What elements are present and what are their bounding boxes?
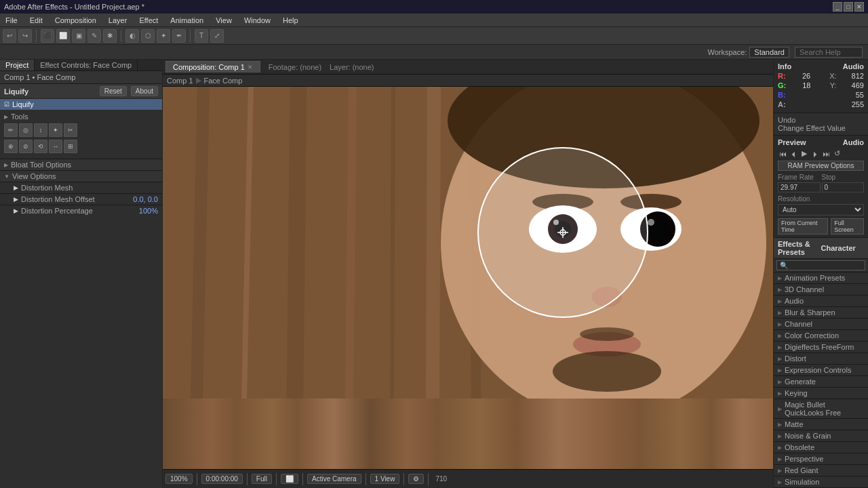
frame-rate-input[interactable]: [778, 182, 821, 192]
menu-window[interactable]: Window: [241, 16, 273, 24]
toolbar-sep-2: [121, 30, 121, 42]
skip-to-start-btn[interactable]: ⏮: [778, 150, 787, 158]
timecode-display[interactable]: 0:00:00:00: [201, 474, 243, 484]
tool-9[interactable]: ↔: [49, 140, 62, 153]
zoom-level[interactable]: 100%: [165, 474, 193, 484]
menu-edit[interactable]: Edit: [27, 16, 45, 24]
ep-expression[interactable]: ▶ Expression Controls: [774, 365, 868, 376]
tool-7[interactable]: ⊘: [19, 140, 33, 153]
toolbar-btn-8[interactable]: ◐: [125, 29, 139, 43]
search-input[interactable]: [795, 47, 863, 58]
bc-facecomp[interactable]: Face Comp: [204, 77, 243, 85]
toolbar-btn-10[interactable]: ✦: [157, 29, 170, 43]
dmo-checkbox[interactable]: ▶: [14, 196, 18, 203]
tool-8[interactable]: ⟲: [34, 140, 47, 153]
prev-frame-btn[interactable]: ⏴: [789, 150, 798, 158]
toolbar-btn-7[interactable]: ✱: [103, 29, 117, 43]
about-button[interactable]: About: [131, 86, 158, 96]
ep-label-11: Keying: [785, 389, 808, 397]
reset-button[interactable]: Reset: [100, 86, 127, 96]
maximize-button[interactable]: □: [844, 2, 853, 12]
tool-6[interactable]: ⊕: [4, 140, 18, 153]
ep-color-correction[interactable]: ▶ Color Correction: [774, 330, 868, 342]
bloat-tool-options-header[interactable]: Bloat Tool Options: [0, 159, 162, 170]
toolbar-btn-4[interactable]: ⬜: [56, 29, 70, 43]
ep-distort[interactable]: ▶ Distort: [774, 353, 868, 365]
menu-effect[interactable]: Effect: [136, 16, 161, 24]
menu-animation[interactable]: Animation: [167, 16, 206, 24]
ep-blur-sharpen[interactable]: ▶ Blur & Sharpen: [774, 307, 868, 319]
ep-generate[interactable]: ▶ Generate: [774, 376, 868, 388]
toolbar-btn-1[interactable]: ↩: [3, 29, 16, 43]
skip-input[interactable]: [822, 182, 865, 192]
render-options[interactable]: ⚙: [408, 474, 424, 484]
tool-5[interactable]: ✂: [64, 123, 77, 137]
workspace-value[interactable]: Standard: [749, 47, 789, 58]
ep-3d-channel[interactable]: ▶ 3D Channel: [774, 284, 868, 296]
ep-obsolete[interactable]: ▶ Obsolete: [774, 442, 868, 453]
main-layout: Project Effect Controls: Face Comp Comp …: [0, 60, 868, 488]
ep-red-giant[interactable]: ▶ Red Giant: [774, 465, 868, 476]
audio-title: Audio: [843, 62, 864, 70]
dmo-value[interactable]: 0.0, 0.0: [133, 195, 158, 203]
region-of-interest[interactable]: ⬜: [281, 474, 298, 484]
camera-selector[interactable]: Active Camera: [307, 474, 361, 484]
menu-layer[interactable]: Layer: [106, 16, 130, 24]
effect-controls-tab[interactable]: Effect Controls: Face Comp: [35, 60, 138, 70]
ep-digieffects[interactable]: ▶ Digieffects FreeForm: [774, 342, 868, 353]
tool-2[interactable]: ◎: [19, 123, 33, 137]
toolbar-btn-2[interactable]: ↪: [18, 29, 32, 43]
tool-10[interactable]: ⊞: [64, 140, 77, 153]
undo-action: Change Effect Value: [778, 124, 864, 132]
ep-audio[interactable]: ▶ Audio: [774, 296, 868, 307]
ep-magic-bullet[interactable]: ▶ Magic Bullet QuickLooks Free: [774, 399, 868, 419]
vc-sep-1: [197, 473, 197, 485]
toolbar-btn-13[interactable]: ⤢: [210, 29, 224, 43]
toolbar-btn-6[interactable]: ✎: [87, 29, 101, 43]
ep-keying[interactable]: ▶ Keying: [774, 388, 868, 399]
play-btn[interactable]: ▶: [800, 149, 809, 158]
menu-view[interactable]: View: [213, 16, 235, 24]
menu-help[interactable]: Help: [280, 16, 301, 24]
next-frame-btn[interactable]: ⏵: [810, 150, 820, 158]
ram-preview-options[interactable]: RAM Preview Options: [778, 161, 864, 171]
tool-1[interactable]: ✏: [4, 123, 18, 137]
full-screen-btn[interactable]: Full Screen: [831, 218, 864, 235]
skip-to-end-btn[interactable]: ⏭: [821, 150, 831, 158]
tool-3[interactable]: ↕: [34, 123, 47, 137]
toolbar-btn-12[interactable]: T: [195, 29, 208, 43]
resolution-select[interactable]: Auto Full Half: [778, 204, 864, 216]
dp-checkbox[interactable]: ▶: [14, 207, 18, 214]
view-options-header[interactable]: View Options: [0, 170, 162, 182]
preview-title: Preview: [778, 138, 806, 146]
toolbar-btn-11[interactable]: ✒: [172, 29, 186, 43]
viewer: [163, 87, 773, 469]
comp-tab-close[interactable]: ✕: [248, 64, 253, 70]
toolbar-btn-9[interactable]: ⬡: [141, 29, 155, 43]
ep-matte[interactable]: ▶ Matte: [774, 419, 868, 430]
liquify-checkbox[interactable]: ☑: [4, 101, 9, 108]
resolution-selector[interactable]: Full: [252, 474, 272, 484]
ep-noise-grain[interactable]: ▶ Noise & Grain: [774, 430, 868, 442]
menu-file[interactable]: File: [3, 16, 20, 24]
view-selector[interactable]: 1 View: [370, 474, 400, 484]
ep-animation-presets[interactable]: ▶ Animation Presets: [774, 272, 868, 284]
from-current-time-btn[interactable]: From Current Time: [778, 218, 828, 235]
menu-composition[interactable]: Composition: [52, 16, 99, 24]
dm-checkbox[interactable]: ▶: [14, 184, 18, 191]
minimize-button[interactable]: _: [833, 2, 842, 12]
ep-channel[interactable]: ▶ Channel: [774, 319, 868, 330]
composition-tab[interactable]: Composition: Comp 1 ✕: [165, 61, 260, 73]
tool-4[interactable]: ✦: [49, 123, 62, 137]
toolbar-btn-5[interactable]: ▣: [72, 29, 85, 43]
loop-btn[interactable]: ↺: [832, 149, 842, 158]
project-tab[interactable]: Project: [0, 60, 35, 70]
ep-perspective[interactable]: ▶ Perspective: [774, 453, 868, 465]
dp-value[interactable]: 100%: [139, 207, 158, 215]
bc-comp1[interactable]: Comp 1: [167, 77, 193, 85]
effects-search-input[interactable]: [776, 260, 865, 270]
toolbar-btn-3[interactable]: ⬛: [41, 29, 54, 43]
close-button[interactable]: ✕: [854, 2, 864, 12]
ep-simulation[interactable]: ▶ Simulation: [774, 476, 868, 488]
undo-label: Undo: [778, 116, 864, 124]
